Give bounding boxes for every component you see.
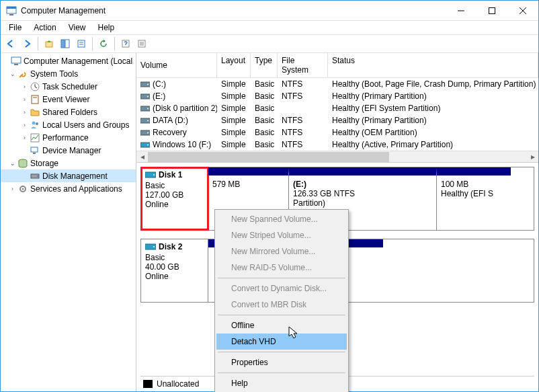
expand-icon[interactable]: › (19, 122, 30, 128)
tree-device-manager[interactable]: Device Manager (1, 144, 136, 157)
menu-view[interactable]: View (63, 22, 91, 34)
volume-hscroll[interactable]: ◂ ▸ (136, 151, 538, 162)
svg-point-32 (22, 188, 24, 190)
drive-icon (140, 141, 150, 149)
show-hide-tree-button[interactable] (58, 36, 73, 51)
minimize-button[interactable] (446, 1, 476, 20)
menu-action[interactable]: Action (28, 22, 61, 34)
app-icon (6, 5, 17, 16)
svg-rect-27 (33, 153, 36, 154)
volume-row[interactable]: (C:)SimpleBasicNTFSHealthy (Boot, Page F… (136, 78, 538, 90)
expand-icon[interactable]: › (19, 96, 30, 103)
tree-system-tools[interactable]: ⌄System Tools (1, 67, 136, 80)
svg-point-48 (153, 246, 155, 247)
menu-item-new-striped-volume: New Striped Volume... (216, 227, 347, 243)
up-button[interactable] (42, 36, 56, 51)
svg-rect-18 (11, 57, 21, 63)
svg-rect-19 (14, 64, 18, 65)
svg-rect-7 (46, 42, 52, 47)
drive-icon (140, 104, 150, 112)
volume-row[interactable]: Windows 10 (F:)SimpleBasicNTFSHealthy (A… (136, 139, 538, 151)
volume-row[interactable]: RecoverySimpleBasicNTFSHealthy (OEM Part… (136, 126, 538, 139)
col-status[interactable]: Status (328, 53, 538, 77)
event-icon (30, 94, 40, 105)
menu-separator (218, 352, 345, 352)
disk-size: 40.00 GB (145, 262, 204, 272)
collapse-icon[interactable]: ⌄ (7, 160, 17, 167)
volume-row[interactable]: DATA (D:)SimpleBasicNTFSHealthy (Primary… (136, 114, 538, 126)
menu-item-new-mirrored-volume: New Mirrored Volume... (216, 243, 347, 260)
svg-point-44 (147, 145, 149, 146)
tree-shared-folders[interactable]: ›Shared Folders (1, 106, 136, 118)
svg-point-40 (147, 120, 149, 122)
close-button[interactable] (507, 1, 538, 20)
tree-performance[interactable]: ›Performance (1, 131, 136, 144)
volume-name: DATA (D:) (153, 116, 188, 125)
menu-separator (218, 315, 345, 315)
disk-info[interactable]: Disk 1Basic127.00 GBOnline (141, 167, 208, 230)
maximize-button[interactable] (476, 1, 507, 20)
col-type[interactable]: Type (251, 53, 278, 77)
menu-item-properties[interactable]: Properties (216, 354, 347, 370)
refresh-button[interactable] (96, 36, 111, 51)
partition[interactable]: 100 MBHealthy (EFI S (437, 167, 511, 230)
menu-file[interactable]: File (3, 22, 27, 34)
volume-row[interactable]: (E:)SimpleBasicNTFSHealthy (Primary Part… (136, 90, 538, 102)
menu-item-detach-vhd[interactable]: Detach VHD (216, 334, 347, 350)
drive-icon (140, 92, 150, 100)
scroll-thumb[interactable] (148, 152, 389, 162)
tree-services-apps[interactable]: ›Services and Applications (1, 182, 136, 195)
window-title: Computer Management (21, 6, 446, 15)
clock-icon (30, 81, 40, 92)
expand-icon[interactable]: › (7, 186, 17, 192)
col-layout[interactable]: Layout (217, 53, 251, 77)
titlebar[interactable]: Computer Management (1, 1, 538, 21)
volume-list[interactable]: Volume Layout Type File System Status (C… (136, 53, 538, 163)
disk-info[interactable]: Disk 2Basic40.00 GBOnline (141, 239, 208, 302)
svg-point-46 (153, 174, 155, 175)
volume-list-header[interactable]: Volume Layout Type File System Status (136, 53, 538, 78)
svg-rect-1 (7, 7, 16, 9)
list-button[interactable] (134, 36, 149, 51)
tree-task-scheduler[interactable]: ›Task Scheduler (1, 80, 136, 93)
menu-item-offline[interactable]: Offline (216, 317, 347, 334)
disk-icon (145, 243, 156, 251)
disk-icon (30, 171, 40, 182)
volume-row[interactable]: (Disk 0 partition 2)SimpleBasicHealthy (… (136, 102, 538, 114)
collapse-icon[interactable]: ⌄ (7, 71, 17, 77)
toolbar (1, 34, 538, 53)
performance-icon (30, 132, 40, 143)
col-volume[interactable]: Volume (136, 53, 217, 77)
back-button[interactable] (3, 36, 18, 51)
menu-separator (218, 373, 345, 373)
svg-rect-4 (489, 7, 495, 13)
tools-icon (17, 69, 28, 79)
navigation-tree[interactable]: Computer Management (Local ⌄System Tools… (1, 53, 136, 391)
storage-icon (17, 158, 28, 169)
tree-root[interactable]: Computer Management (Local (1, 54, 136, 67)
menu-help[interactable]: Help (93, 22, 120, 34)
col-filesystem[interactable]: File System (278, 53, 328, 77)
context-menu[interactable]: New Spanned Volume...New Striped Volume.… (214, 209, 349, 392)
expand-icon[interactable]: › (19, 83, 30, 90)
tree-local-users[interactable]: ›Local Users and Groups (1, 118, 136, 131)
drive-icon (140, 116, 150, 124)
forward-button[interactable] (19, 36, 34, 51)
expand-icon[interactable]: › (19, 134, 30, 141)
scroll-right-button[interactable]: ▸ (527, 151, 538, 163)
scroll-left-button[interactable]: ◂ (136, 151, 148, 163)
menu-item-help[interactable]: Help (216, 375, 347, 391)
expand-icon[interactable]: › (19, 109, 30, 116)
properties-button[interactable] (74, 36, 89, 51)
tree-storage[interactable]: ⌄Storage (1, 157, 136, 169)
tree-event-viewer[interactable]: ›Event Viewer (1, 93, 136, 106)
menu-item-new-spanned-volume: New Spanned Volume... (216, 211, 347, 227)
computer-icon (11, 56, 22, 67)
svg-rect-2 (9, 14, 13, 15)
svg-point-30 (37, 175, 38, 177)
disk-type: Basic (145, 253, 204, 262)
tree-disk-management[interactable]: Disk Management (1, 169, 136, 182)
volume-name: (C:) (153, 79, 166, 89)
help-button[interactable] (118, 36, 133, 51)
svg-rect-26 (31, 147, 38, 152)
